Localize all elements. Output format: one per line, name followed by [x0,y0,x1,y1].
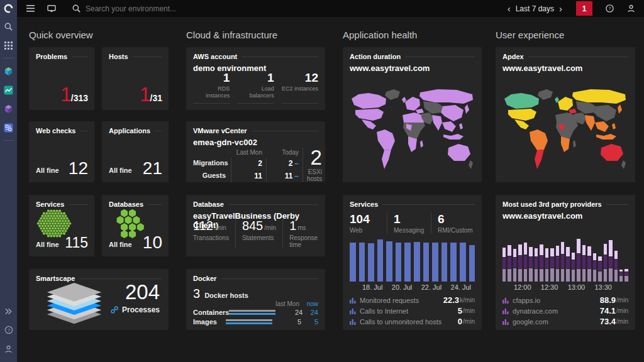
apdex-world-map[interactable] [502,86,628,175]
bar-12[interactable] [460,243,466,282]
stacked-bar-14[interactable] [577,238,580,282]
map-region-philippines[interactable] [612,123,616,129]
help-icon[interactable]: ? [0,321,17,339]
map-region-russia[interactable] [572,89,626,104]
stacked-bar-21[interactable] [614,250,618,282]
tile-action-duration[interactable]: Action duration www.easytravel.com [343,47,482,182]
map-region-russia[interactable] [419,89,473,104]
map-region-africa_south[interactable] [561,136,570,152]
host-monitoring-icon[interactable] [0,62,17,80]
bar-0[interactable] [350,243,356,282]
search-input[interactable] [86,4,287,13]
metric-row[interactable]: Monitored requests 22.3k/min [350,295,475,305]
tile-app-health-services[interactable]: Services 104Web 1Messaging 6RMI/Custom 1… [343,195,482,330]
map-region-mexico[interactable] [514,119,529,129]
stacked-bar-5[interactable] [529,246,532,282]
services-icon[interactable] [0,99,17,118]
map-region-canada[interactable] [352,93,386,109]
map-region-africa_north[interactable] [555,112,577,123]
metric-row[interactable]: dynatrace.com 74.1/min [502,306,628,315]
tile-docker[interactable]: Docker 3Docker hosts last Monnow Contain… [186,269,325,330]
bar-4[interactable] [386,241,392,282]
map-region-centralasia[interactable] [576,101,596,114]
stacked-bar-7[interactable] [540,244,543,282]
bar-7[interactable] [414,242,420,282]
map-region-greenland[interactable] [538,89,553,100]
bar-6[interactable] [404,243,411,282]
map-region-samerica_south[interactable] [535,150,544,169]
tile-apdex[interactable]: Apdex www.easytravel.com [496,47,635,182]
stacked-bar-3[interactable] [518,244,521,282]
map-region-europe[interactable] [558,97,573,111]
stacked-bar-9[interactable] [550,248,553,282]
map-region-india[interactable] [432,115,442,131]
map-region-japan[interactable] [618,104,622,114]
map-region-africa_north[interactable] [402,112,424,123]
tile-smartscape[interactable]: Smartscape 204 Processes [29,269,169,330]
stacked-bar-17[interactable] [593,253,596,282]
timeframe-prev-icon[interactable]: ‹ [502,0,516,17]
map-region-samerica_south[interactable] [382,150,391,169]
map-region-mexico[interactable] [362,119,376,129]
stacked-bar-2[interactable] [513,248,516,282]
stacked-bar-6[interactable] [535,248,538,282]
map-region-seasia[interactable] [595,121,609,132]
sidebar-search-icon[interactable] [0,17,17,36]
expand-icon[interactable] [0,302,17,321]
metric-row[interactable]: Calls to unmonitored hosts 0/min [350,317,475,326]
metric-row[interactable]: google.com 73.4/min [502,317,628,326]
map-region-usa[interactable] [508,109,536,121]
map-region-indonesia[interactable] [443,134,464,140]
map-region-samerica_north[interactable] [377,129,395,150]
bar-9[interactable] [432,243,438,282]
stacked-bar-0[interactable] [502,247,506,282]
map-region-greenland[interactable] [385,89,400,100]
stacked-bar-10[interactable] [556,245,559,282]
metric-row[interactable]: Calls to Internet 5/min [350,306,475,315]
map-region-japan[interactable] [465,104,469,114]
tile-vmware-vcenter[interactable]: VMware vCenter emea-gdn-vc002 Last Mon T… [186,121,325,182]
synthetic-icon[interactable] [0,118,17,137]
map-region-china[interactable] [594,105,616,121]
stacked-bar-22[interactable] [619,269,623,282]
map-region-centralasia[interactable] [423,101,443,114]
map-region-europe[interactable] [405,97,420,111]
chat-icon[interactable]: ? [601,0,618,17]
dynatrace-logo[interactable] [0,0,17,17]
stacked-bar-1[interactable] [508,244,511,282]
stacked-bar-11[interactable] [561,241,564,282]
bar-8[interactable] [423,243,430,282]
stacked-bar-16[interactable] [587,246,591,282]
map-region-philippines[interactable] [459,123,463,129]
map-region-china[interactable] [441,105,464,121]
map-region-indonesia[interactable] [596,134,616,140]
apps-grid-icon[interactable] [0,36,17,55]
stacked-bar-8[interactable] [545,248,548,282]
bar-13[interactable] [469,245,475,282]
map-region-usa[interactable] [355,109,384,121]
map-region-india[interactable] [585,115,595,131]
map-region-seasia[interactable] [442,121,456,132]
bar-1[interactable] [359,243,365,282]
stacked-bar-4[interactable] [524,242,527,282]
stacked-bar-15[interactable] [582,244,586,282]
stacked-bar-19[interactable] [604,243,607,282]
map-region-turkey[interactable] [416,109,424,114]
user-icon[interactable] [623,0,639,17]
bar-2[interactable] [368,243,374,282]
timeframe-selector[interactable]: Last 7 days [516,4,554,13]
map-region-australia[interactable] [448,144,470,161]
tile-hosts[interactable]: Hosts 1/31 [102,47,169,110]
tile-third-party[interactable]: Most used 3rd party providers www.easytr… [496,195,635,330]
charts-icon[interactable] [0,80,17,99]
stacked-bar-12[interactable] [566,246,569,282]
tile-database[interactable]: Database easyTravelBusiness (Derby Clien… [186,195,325,256]
map-region-turkey[interactable] [569,109,577,114]
tile-web-checks[interactable]: Web checks All fine 12 [29,121,94,182]
map-region-madagascar[interactable] [573,140,576,148]
bar-3[interactable] [377,239,384,282]
stacked-bar-18[interactable] [598,256,601,282]
timeframe-next-icon[interactable]: › [554,0,567,17]
tile-problems[interactable]: Problems 1/313 [29,47,94,110]
profile-icon[interactable] [0,339,17,358]
